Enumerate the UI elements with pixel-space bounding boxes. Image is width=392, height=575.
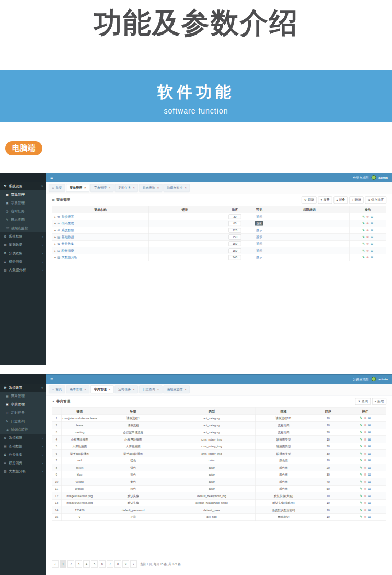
add-child-icon[interactable]: ⊞	[368, 473, 371, 477]
add-child-icon[interactable]: ⊞	[368, 515, 371, 519]
add-child-icon[interactable]: ⊞	[368, 466, 371, 469]
sidebar-item-日志查询[interactable]: ✎日志查询	[0, 417, 46, 425]
tab-菜单管理[interactable]: 菜单管理×	[66, 184, 90, 192]
delete-icon[interactable]: ⊗	[364, 480, 366, 483]
sidebar-item-字典管理[interactable]: ▣字典管理	[0, 199, 46, 207]
username[interactable]: admin	[378, 377, 388, 381]
edit-icon[interactable]: ✎	[360, 487, 362, 491]
toolbar-button-折叠[interactable]: ▴折叠	[333, 196, 348, 204]
tab-首页[interactable]: ⌂首页	[49, 385, 65, 393]
edit-icon[interactable]: ✎	[360, 459, 362, 463]
delete-icon[interactable]: ⊗	[364, 466, 366, 469]
add-child-icon[interactable]: ⊞	[368, 445, 371, 448]
caret-icon[interactable]: ▸	[55, 249, 56, 252]
sidebar-item-系统设置[interactable]: ⚒系统设置∨	[0, 182, 46, 190]
menu-name-link[interactable]: 基础数据	[62, 235, 74, 239]
delete-icon[interactable]: ⊗	[364, 494, 366, 498]
sort-input[interactable]: 120	[228, 228, 241, 232]
delete-icon[interactable]: ⊗	[364, 515, 366, 519]
sidebar-item-菜单管理[interactable]: ▦菜单管理	[0, 392, 46, 400]
edit-icon[interactable]: ✎	[362, 255, 365, 259]
page-button-1[interactable]: 1	[60, 561, 66, 568]
sort-input[interactable]: 180	[228, 241, 241, 246]
sidebar-item-系统设置[interactable]: ⚒系统设置∨	[0, 384, 46, 392]
tab-close-icon[interactable]: ×	[133, 388, 135, 391]
edit-icon[interactable]: ✎	[360, 480, 362, 483]
add-child-icon[interactable]: ⊞	[368, 480, 371, 483]
toolbar-button-保存排序[interactable]: ⇅保存排序	[365, 196, 386, 204]
tab-菜单管理[interactable]: 菜单管理×	[66, 385, 90, 393]
sort-input[interactable]: 30	[228, 214, 241, 219]
sidebar-item-油烟点监控[interactable]: ☏油烟点监控	[0, 425, 46, 434]
delete-icon[interactable]: ⊗	[364, 473, 366, 477]
sidebar-item-定时任务[interactable]: ◷定时任务	[0, 207, 46, 216]
add-child-icon[interactable]: ⊞	[368, 487, 371, 491]
menu-name-link[interactable]: 代码生成	[61, 221, 74, 225]
page-button-3[interactable]: 3	[75, 561, 82, 568]
tab-close-icon[interactable]: ×	[84, 186, 86, 190]
sidebar-item-分类收集[interactable]: ♻分类收集‹	[0, 450, 46, 459]
caret-icon[interactable]: ▸	[55, 242, 56, 245]
add-child-icon[interactable]: ⊞	[371, 228, 373, 232]
tab-close-icon[interactable]: ×	[133, 186, 135, 190]
caret-icon[interactable]: ▸	[55, 256, 56, 259]
sidebar-item-基础数据[interactable]: ▤基础数据‹	[0, 241, 46, 249]
add-child-icon[interactable]: ⊞	[368, 459, 371, 463]
tab-定时任务[interactable]: 定时任务×	[115, 385, 139, 393]
edit-icon[interactable]: ✎	[362, 235, 365, 239]
username[interactable]: admin	[378, 176, 388, 179]
menu-name-link[interactable]: 大数据分析	[62, 255, 77, 259]
edit-icon[interactable]: ✎	[360, 494, 362, 498]
delete-icon[interactable]: ⊗	[366, 215, 369, 218]
sort-input[interactable]: 240	[228, 255, 241, 260]
toolbar-button-查询[interactable]: ▼查询	[355, 398, 370, 405]
tab-close-icon[interactable]: ×	[109, 388, 111, 391]
toolbar-button-展开[interactable]: ▾展开	[318, 196, 332, 204]
delete-icon[interactable]: ⊗	[364, 452, 366, 455]
tab-close-icon[interactable]: ×	[157, 388, 159, 391]
tab-首页[interactable]: ⌂首页	[49, 184, 65, 192]
sidebar-item-大数据分析[interactable]: ▧大数据分析‹	[0, 467, 46, 476]
sidebar-item-积分消费[interactable]: ⊟积分消费‹	[0, 257, 46, 266]
sidebar-item-系统权限[interactable]: ⚙系统权限‹	[0, 434, 46, 442]
sort-input[interactable]: 60	[228, 221, 241, 226]
page-button-8[interactable]: 8	[114, 561, 121, 568]
edit-icon[interactable]: ✎	[362, 221, 365, 225]
page-button-5[interactable]: 5	[91, 561, 98, 568]
edit-icon[interactable]: ✎	[360, 515, 362, 519]
tab-close-icon[interactable]: ×	[185, 186, 187, 190]
edit-icon[interactable]: ✎	[362, 228, 365, 232]
sidebar-item-定时任务[interactable]: ◷定时任务	[0, 409, 46, 417]
sidebar-item-油烟点监控[interactable]: ☏油烟点监控	[0, 224, 46, 232]
add-child-icon[interactable]: ⊞	[371, 235, 373, 239]
caret-icon[interactable]: ▸	[55, 215, 56, 218]
add-child-icon[interactable]: ⊞	[371, 221, 373, 225]
edit-icon[interactable]: ✎	[360, 431, 362, 434]
toolbar-button-新增[interactable]: +新增	[372, 398, 386, 405]
sidebar-item-菜单管理[interactable]: ▦菜单管理	[0, 190, 46, 199]
edit-icon[interactable]: ✎	[360, 423, 362, 427]
page-button-2[interactable]: 2	[67, 561, 74, 568]
next-page-button[interactable]: ›	[130, 561, 137, 568]
tab-close-icon[interactable]: ×	[109, 186, 111, 190]
delete-icon[interactable]: ⊗	[364, 459, 366, 463]
sidebar-item-字典管理[interactable]: ▣字典管理	[0, 400, 46, 409]
edit-icon[interactable]: ✎	[360, 452, 362, 455]
sort-input[interactable]: 180	[228, 248, 241, 253]
sidebar-item-基础数据[interactable]: ▤基础数据‹	[0, 442, 46, 450]
sort-input[interactable]: 150	[228, 234, 241, 239]
sidebar-item-日志查询[interactable]: ✎日志查询	[0, 216, 46, 224]
edit-icon[interactable]: ✎	[360, 501, 362, 505]
add-child-icon[interactable]: ⊞	[368, 508, 371, 512]
delete-icon[interactable]: ⊗	[366, 255, 369, 259]
edit-icon[interactable]: ✎	[360, 473, 362, 477]
add-child-icon[interactable]: ⊞	[368, 431, 371, 434]
add-child-icon[interactable]: ⊞	[368, 416, 371, 420]
menu-toggle-icon[interactable]: ≡	[50, 175, 53, 180]
add-child-icon[interactable]: ⊞	[368, 452, 371, 455]
delete-icon[interactable]: ⊗	[364, 416, 366, 420]
menu-name-link[interactable]: 系统设置	[61, 215, 74, 218]
avatar[interactable]	[371, 377, 376, 381]
edit-icon[interactable]: ✎	[362, 249, 365, 252]
edit-icon[interactable]: ✎	[362, 215, 365, 218]
